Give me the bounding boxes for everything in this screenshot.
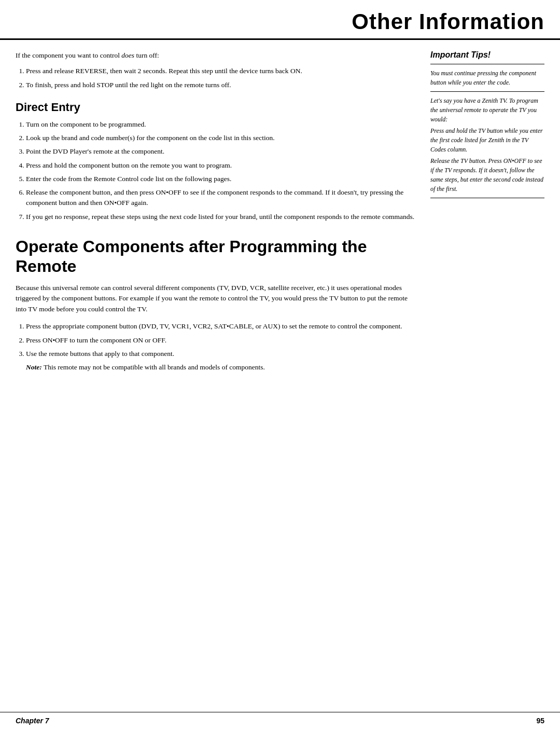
operate-intro: Because this universal remote can contro… [16, 283, 415, 315]
operate-heading: Operate Components after Programming the… [16, 237, 415, 277]
footer-page-number: 95 [536, 717, 544, 725]
note-text: This remote may not be compatible with a… [42, 363, 265, 371]
page-header: Other Information [0, 0, 560, 40]
page-container: Other Information If the component you w… [0, 0, 560, 729]
left-column: If the component you want to control doe… [16, 50, 430, 382]
page-title: Other Information [352, 9, 544, 34]
page-footer: Chapter 7 95 [0, 712, 560, 729]
direct-entry-heading: Direct Entry [16, 101, 415, 114]
intro-list: Press and release REVERSE, then wait 2 s… [26, 66, 415, 90]
tips-divider-top [430, 64, 544, 64]
tip3-text: Press and hold the TV button while you e… [430, 126, 544, 154]
list-item: If you get no response, repeat these ste… [26, 212, 415, 222]
list-item: Release the component button, and then p… [26, 187, 415, 209]
right-column: Important Tips! You must continue pressi… [430, 50, 544, 382]
list-item: Press ON•OFF to turn the component ON or… [26, 335, 415, 346]
tips-divider-bottom [430, 198, 544, 198]
tip1-text: You must continue pressing the component… [430, 68, 544, 87]
main-content: If the component you want to control doe… [0, 40, 560, 382]
list-item: Look up the brand and code number(s) for… [26, 133, 415, 143]
intro-paragraph: If the component you want to control doe… [16, 50, 415, 61]
list-item: Press and release REVERSE, then wait 2 s… [26, 66, 415, 76]
tip4-text: Release the TV button. Press ON•OFF to s… [430, 156, 544, 194]
list-item: Press the appropriate component button (… [26, 321, 415, 332]
list-item-text: Use the remote buttons that apply to tha… [26, 350, 174, 357]
direct-entry-list: Turn on the component to be programmed. … [26, 119, 415, 222]
note-label: Note: [26, 363, 42, 371]
list-item: To finish, press and hold STOP until the… [26, 80, 415, 90]
operate-list: Press the appropriate component button (… [26, 321, 415, 373]
tips-divider-mid [430, 91, 544, 92]
intro-italic: does [121, 51, 134, 59]
list-item: Press and hold the component button on t… [26, 160, 415, 171]
tips-heading: Important Tips! [430, 50, 544, 60]
list-item: Enter the code from the Remote Control c… [26, 174, 415, 184]
list-item: Point the DVD Player's remote at the com… [26, 146, 415, 157]
tip2-text: Let's say you have a Zenith TV. To progr… [430, 96, 544, 124]
list-item: Turn on the component to be programmed. [26, 119, 415, 130]
note-paragraph: Note: This remote may not be compatible … [26, 362, 415, 373]
list-item: Use the remote buttons that apply to tha… [26, 349, 415, 373]
footer-chapter: Chapter 7 [16, 717, 49, 725]
